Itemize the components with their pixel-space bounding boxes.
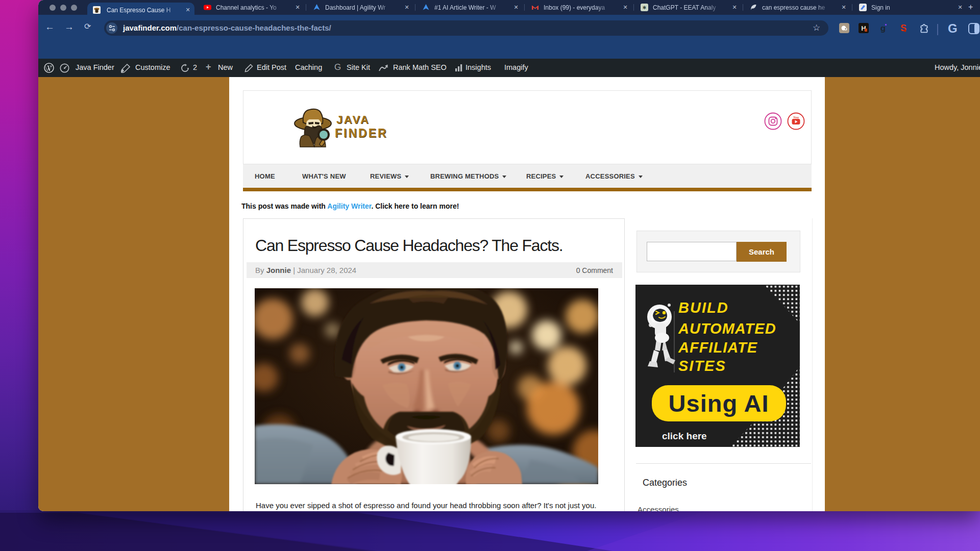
svg-text:g: g <box>880 23 886 33</box>
svg-text:AUTOMATED: AUTOMATED <box>678 320 776 337</box>
svg-text:✱: ✱ <box>643 5 647 10</box>
svg-text:click here: click here <box>662 431 707 441</box>
svg-text:AFFILIATE: AFFILIATE <box>678 339 758 356</box>
svg-text:BUILD: BUILD <box>678 299 729 316</box>
svg-text:Using AI: Using AI <box>669 390 769 417</box>
svg-text:You: You <box>793 116 799 119</box>
svg-text:SITES: SITES <box>678 358 726 374</box>
